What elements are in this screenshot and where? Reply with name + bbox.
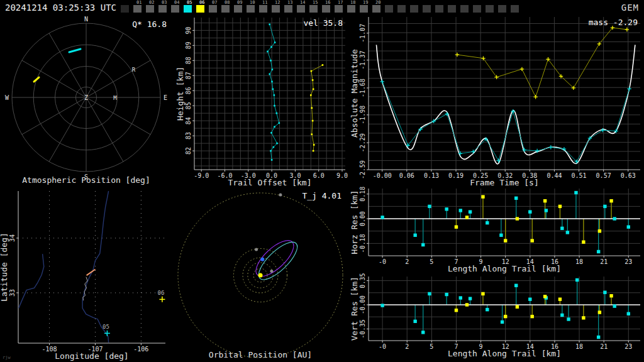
x-tick-label: -0.00 [373, 172, 392, 179]
x-tick-label: -106 [133, 346, 148, 353]
x-tick-label: 0.06 [399, 172, 414, 179]
series-camera-06 [455, 26, 629, 99]
x-tick-label: 6.0 [313, 172, 325, 179]
compass-north: N [84, 16, 88, 23]
river [82, 191, 109, 343]
magnitude-annotation: mass -2.29 [589, 18, 638, 27]
x-tick-label: 0.57 [596, 172, 611, 179]
trail-offset-panel: -9.0-6.0-3.00.03.06.09.08283848586878889… [175, 18, 348, 187]
magnitude-panel: -0.000.060.130.190.250.320.380.440.510.5… [350, 17, 640, 187]
y-axis-title: Absolute Magnitude [350, 49, 359, 138]
x-tick-label: -0 [379, 343, 386, 350]
x-tick-label: 5 [430, 343, 433, 350]
gridlines [194, 18, 345, 170]
x-tick-label: 0.13 [424, 172, 439, 179]
y-tick-label: 83 [185, 132, 192, 140]
station-label: 05 [103, 324, 109, 330]
y-axis-title: Latitude [deg] [0, 233, 9, 302]
tisserand-value: T_j 4.01 [302, 191, 341, 200]
sun [258, 273, 263, 278]
series-camera-06 [455, 292, 613, 320]
signature: rjw [3, 355, 11, 360]
x-tick-label: -9.0 [194, 172, 209, 179]
y-tick-label: 88 [185, 57, 192, 64]
y-tick-label: 84 [185, 117, 192, 124]
y-tick-label: 87 [185, 72, 192, 79]
compass-west: W [5, 94, 9, 101]
x-tick-label: 23 [625, 258, 632, 265]
y-tick-label: -1.98 [359, 106, 366, 124]
planet-mars [255, 248, 258, 251]
y-tick-label: -0.35 [359, 319, 366, 338]
x-tick-label: 23 [625, 343, 632, 350]
gridlines [369, 17, 640, 170]
atmospheric-position-panel: NSWEZRMQ* 16.8Atmospheric Position [deg] [5, 16, 167, 185]
y-tick-label: 33 [9, 289, 16, 297]
y-tick-label: -0.00 [359, 295, 366, 314]
y-tick-label: 82 [185, 147, 192, 155]
x-tick-label: 0.63 [621, 172, 636, 179]
meteor-streak-05 [69, 49, 80, 52]
x-tick-label: 21 [600, 343, 608, 350]
trail-annotation: vel 35.8 [303, 18, 343, 28]
x-tick-label: -0 [379, 258, 386, 265]
y-tick-label: 86 [185, 87, 192, 94]
x-axis-title: Frame Time [s] [470, 178, 539, 187]
y-axis-title: Horz Res [km] [350, 190, 359, 255]
meteor-monitoring-dashboard: 20241214 03:25:33 UTC 010203040506070809… [0, 0, 644, 362]
y-tick-label: 0.35 [359, 273, 366, 288]
y-tick-label: -1.68 [359, 79, 366, 97]
x-axis-title: Trail Offset [km] [228, 178, 311, 187]
y-tick-label: -2.29 [359, 133, 366, 152]
y-axis-title: Vert Res [km] [350, 277, 359, 341]
series-smoothed-fit [376, 45, 635, 164]
x-tick-label: 0.51 [572, 172, 587, 179]
river [19, 254, 44, 308]
planet-jupiter [279, 194, 282, 197]
horz-res-panel: -025791214161821230.180.00-0.18Length Al… [350, 187, 640, 273]
y-tick-label: -2.59 [359, 160, 366, 179]
x-tick-label: 2 [405, 343, 409, 350]
plots-canvas: NSWEZRMQ* 16.8Atmospheric Position [deg]… [0, 0, 644, 362]
station-label: 06 [157, 290, 164, 296]
y-tick-label: 85 [185, 102, 192, 109]
station-06: 06 [157, 290, 165, 302]
point-label-R: R [132, 67, 136, 73]
y-tick-label: 0.18 [359, 187, 366, 202]
y-tick-label: 89 [185, 41, 192, 49]
series-camera-06 [455, 195, 613, 243]
y-axis-title: Height [km] [175, 67, 185, 121]
x-tick-label: 21 [600, 258, 608, 265]
series-camera-06 [310, 64, 323, 151]
y-tick-label: -0.18 [359, 234, 366, 253]
point-label-M: M [113, 95, 117, 101]
compass-east: E [164, 94, 167, 101]
y-tick-label: 34 [9, 234, 16, 242]
x-tick-label: 18 [575, 258, 583, 265]
meteor-streak-06 [34, 77, 39, 82]
x-tick-label: 0.19 [448, 172, 464, 179]
series-camera-05 [380, 80, 631, 164]
orbital-caption: Orbital Position [AU] [209, 350, 312, 359]
x-tick-label: 5 [430, 258, 433, 265]
y-tick-label: 0.00 [359, 211, 366, 226]
q-value: Q* 16.8 [132, 19, 167, 29]
y-tick-label: -1.37 [359, 51, 366, 70]
planet-venus [270, 270, 273, 273]
ground-map-panel: -108-107-1063334Longitude [deg]Latitude … [0, 191, 165, 361]
y-tick-label: 90 [185, 26, 192, 34]
series-camera-05 [267, 23, 280, 160]
vert-res-panel: -025791214161821230.35-0.00-0.35Length A… [350, 273, 640, 358]
x-axis-title: Longitude [deg] [55, 351, 128, 361]
orbital-position-panel: T_j 4.01Orbital Position [AU] [178, 191, 343, 359]
x-axis-title: Length Along Trail [km] [448, 349, 561, 358]
x-tick-label: 18 [575, 343, 583, 350]
x-tick-label: 0.44 [547, 172, 562, 179]
zenith-label: Z [84, 94, 88, 101]
planet-earth [260, 258, 264, 261]
y-tick-label: -1.07 [359, 24, 366, 43]
x-axis-title: Length Along Trail [km] [448, 264, 561, 273]
x-tick-label: 9.0 [336, 172, 348, 179]
x-tick-label: 2 [405, 258, 409, 265]
atmospheric-caption: Atmospheric Position [deg] [22, 175, 150, 185]
